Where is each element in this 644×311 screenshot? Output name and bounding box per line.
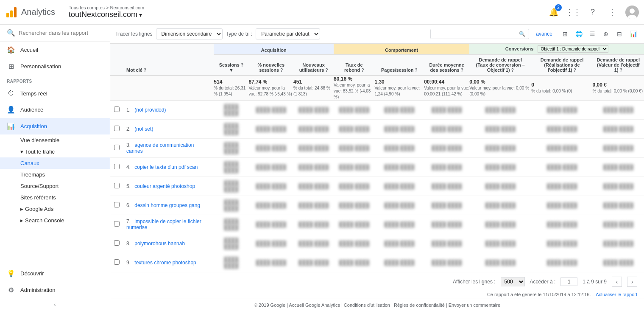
sidebar-item-decouvrir[interactable]: 💡 Découvrir xyxy=(0,265,110,282)
row-checkbox-cell xyxy=(110,253,123,272)
keyword-link[interactable]: agence de communication cannes xyxy=(126,142,194,154)
sidebar-sub-label: Vue d'ensemble xyxy=(20,137,59,143)
sidebar-item-temps-reel[interactable]: ⏱ Temps réel xyxy=(0,85,110,101)
row-checkbox[interactable] xyxy=(114,145,120,150)
row-conv-val: ████ ████ xyxy=(593,196,644,215)
table-search-input[interactable] xyxy=(431,29,516,39)
nouveaux-help-icon[interactable]: ? xyxy=(325,68,328,73)
row-duree: ████ ████ xyxy=(424,234,469,253)
topbar-site-name[interactable]: toutNextconseil.com ▾ xyxy=(69,10,144,19)
row-pages-session: ████ ████ xyxy=(374,158,424,177)
conv-real-help-icon[interactable]: ? xyxy=(574,68,576,73)
sidebar-item-acquisition[interactable]: 📊 Acquisition xyxy=(0,118,110,134)
keyword-link[interactable]: textures chrome photoshop xyxy=(134,260,196,266)
row-nouveaux: ████ ████ xyxy=(293,120,334,139)
objectif-select[interactable]: Objectif 1 : Demande de rappel xyxy=(538,45,608,53)
duree-help-icon[interactable]: ? xyxy=(461,68,463,73)
tracer-label: Tracer les lignes xyxy=(115,31,153,37)
table-view-button[interactable]: ⊞ xyxy=(559,28,571,40)
conv-real-header: Demande de rappel (Réalisations de l'obj… xyxy=(531,55,592,76)
sidebar-collapse-button[interactable]: ‹ xyxy=(0,298,110,311)
apps-button[interactable]: ⋮⋮ xyxy=(567,6,580,19)
chevron-down-icon: ▾ xyxy=(139,11,142,18)
row-checkbox[interactable] xyxy=(114,126,120,131)
pct-help-icon[interactable]: ? xyxy=(280,68,283,73)
row-pages-session: ████ ████ xyxy=(374,177,424,196)
sessions-sort-icon[interactable]: ▼ xyxy=(229,67,234,73)
more-options-button[interactable]: ⋮ xyxy=(606,6,619,19)
table-search-button[interactable]: 🔍 xyxy=(516,29,529,39)
help-button[interactable]: ? xyxy=(586,6,599,19)
sidebar-section-rapports: RAPPORTS xyxy=(0,75,110,85)
type-tri-select[interactable]: Paramètre par défaut xyxy=(256,28,320,39)
page-input[interactable] xyxy=(560,277,577,286)
comportement-group-header: Comportement xyxy=(334,44,469,55)
keyword-link[interactable]: (not provided) xyxy=(134,107,166,113)
keyword-link[interactable]: copier le texte d'un pdf scan xyxy=(134,164,198,170)
row-checkbox[interactable] xyxy=(114,259,120,265)
bar-chart-view-button[interactable]: 📊 xyxy=(627,28,639,40)
row-pct-nouvelles: ████ ████ xyxy=(248,253,293,272)
dimension-secondaire-select[interactable]: Dimension secondaire xyxy=(156,28,223,39)
pages-session-header: Pages/session ? xyxy=(374,55,424,76)
custom-view-button[interactable]: ⊟ xyxy=(613,28,625,40)
conv-val-help-icon[interactable]: ? xyxy=(620,68,622,73)
sidebar-sub-tout-le-trafic[interactable]: ▾ Tout le trafic xyxy=(0,146,110,157)
svg-rect-1 xyxy=(10,10,13,17)
row-num-cell: 4. copier le texte d'un pdf scan xyxy=(123,158,214,177)
pages-help-icon[interactable]: ? xyxy=(415,68,418,73)
search-input[interactable] xyxy=(19,30,103,36)
row-checkbox[interactable] xyxy=(114,240,120,246)
rebond-help-icon[interactable]: ? xyxy=(361,68,364,73)
help-icon[interactable]: ? xyxy=(144,68,146,73)
row-nouveaux: ████ ████ xyxy=(293,139,334,158)
sidebar-sub-vue-ensemble[interactable]: Vue d'ensemble xyxy=(0,134,110,146)
keyword-link[interactable]: impossible de copier le fichier numerise xyxy=(126,219,201,230)
select-all-header xyxy=(110,44,123,76)
row-number: 6. xyxy=(126,202,131,208)
row-sessions: ████ ████ xyxy=(214,120,248,139)
sidebar-sub-sites-referents[interactable]: Sites référents xyxy=(0,192,110,203)
row-checkbox-cell xyxy=(110,177,123,196)
row-pages-session: ████ ████ xyxy=(374,234,424,253)
row-checkbox[interactable] xyxy=(114,164,120,169)
pivot-view-button[interactable]: ⊕ xyxy=(600,28,612,40)
keyword-link[interactable]: dessin homme groupes gang xyxy=(134,202,200,208)
sessions-help-icon[interactable]: ? xyxy=(241,63,243,67)
row-checkbox[interactable] xyxy=(114,106,120,112)
sidebar-item-audience[interactable]: 👤 Audience xyxy=(0,101,110,118)
list-view-button[interactable]: ☰ xyxy=(586,28,598,40)
notification-button[interactable]: 🔔 2 xyxy=(547,6,560,19)
keyword-link[interactable]: polymorohous hannah xyxy=(134,241,185,247)
lines-per-page-select[interactable]: 500 10 25 100 1000 2500 5000 xyxy=(501,277,525,286)
table-row: 2. (not set) ████ ████ ████ ████ ████ ██… xyxy=(110,120,644,139)
report-note: Ce rapport a été généré le 11/10/2019 à … xyxy=(110,290,644,299)
user-avatar[interactable] xyxy=(625,6,639,19)
sidebar-sub-search-console[interactable]: ▸ Search Console xyxy=(0,215,110,226)
map-view-button[interactable]: 🌐 xyxy=(573,28,585,40)
sidebar-sub-treemaps[interactable]: Treemaps xyxy=(0,169,110,180)
conv-taux-help-icon[interactable]: ? xyxy=(511,68,514,73)
keyword-link[interactable]: couleur argenté photoshop xyxy=(134,183,195,189)
row-checkbox[interactable] xyxy=(114,202,120,207)
previous-page-button[interactable]: ‹ xyxy=(612,277,622,287)
sidebar-sub-source-support[interactable]: Source/Support xyxy=(0,180,110,192)
actualiser-link[interactable]: Actualiser le rapport xyxy=(596,292,637,297)
row-conv-val: ████ ████ xyxy=(593,120,644,139)
sidebar-sub-canaux[interactable]: Canaux xyxy=(0,157,110,169)
row-checkbox[interactable] xyxy=(114,221,120,227)
sidebar-item-accueil[interactable]: 🏠 Accueil xyxy=(0,42,110,58)
topbar-account: Tous les comptes > Nextconseil.com toutN… xyxy=(69,5,144,19)
sidebar-item-personnalisation[interactable]: ⊞ Personnalisation xyxy=(0,58,110,75)
keyword-link[interactable]: (not set) xyxy=(134,126,153,132)
table-row: 4. copier le texte d'un pdf scan ████ ██… xyxy=(110,158,644,177)
table-row: 8. polymorohous hannah ████ ████ ████ ██… xyxy=(110,234,644,253)
mot-cle-header: Mot clé ? xyxy=(123,44,214,76)
next-page-button[interactable]: › xyxy=(627,277,637,287)
avance-link[interactable]: avancé xyxy=(532,31,556,37)
sidebar-sub-google-ads[interactable]: ▸ Google Ads xyxy=(0,203,110,215)
row-checkbox[interactable] xyxy=(114,183,120,188)
row-conv-real: ████ ████ xyxy=(531,253,592,272)
row-num-cell: 2. (not set) xyxy=(123,120,214,139)
sidebar-item-administration[interactable]: ⚙ Administration xyxy=(0,282,110,298)
